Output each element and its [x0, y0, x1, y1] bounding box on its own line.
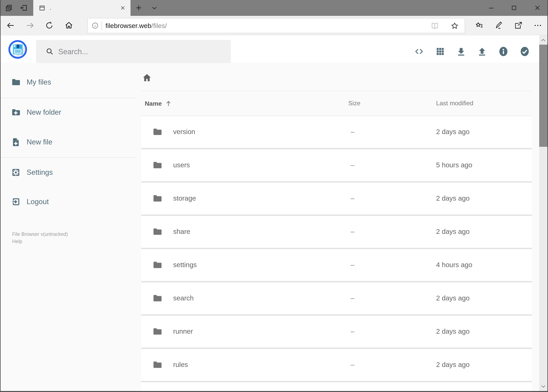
minimize-button[interactable]	[485, 1, 498, 14]
refresh-button[interactable]	[43, 19, 55, 32]
tab-preview-button[interactable]	[3, 2, 14, 13]
reading-view-icon[interactable]	[431, 22, 439, 30]
file-row[interactable]: search – 2 days ago	[141, 282, 532, 314]
sidebar-item-label: New file	[27, 138, 52, 146]
scrollbar-thumb[interactable]	[539, 45, 548, 147]
more-button[interactable]	[532, 19, 544, 32]
sidebar-divider	[0, 157, 137, 158]
address-bar[interactable]: filebrowser.web/files/	[87, 18, 465, 33]
grid-view-icon	[436, 47, 445, 56]
forward-icon	[26, 21, 35, 30]
file-row[interactable]: http – 4 hours ago	[141, 382, 532, 392]
file-row[interactable]: rules – 2 days ago	[141, 349, 532, 381]
file-size: –	[351, 327, 354, 335]
info-button[interactable]	[496, 44, 510, 58]
folder-icon	[11, 77, 21, 87]
web-note-icon	[494, 21, 503, 30]
refresh-icon	[45, 21, 54, 30]
sidebar-divider	[0, 98, 137, 98]
download-button[interactable]	[454, 44, 468, 58]
maximize-button[interactable]	[508, 1, 520, 14]
file-modified: 2 days ago	[436, 194, 470, 202]
file-row[interactable]: version – 2 days ago	[141, 116, 532, 148]
page-icon	[39, 5, 45, 11]
file-size: –	[351, 294, 354, 302]
upload-button[interactable]	[475, 44, 489, 58]
tab-list-button[interactable]	[149, 2, 160, 13]
file-name: storage	[173, 194, 196, 202]
back-button[interactable]	[4, 19, 17, 32]
window-border-left	[0, 0, 0, 392]
sidebar-item-new-folder[interactable]: New folder	[0, 101, 137, 124]
breadcrumb-home[interactable]	[141, 72, 153, 84]
back-icon	[6, 21, 15, 30]
close-icon	[534, 5, 541, 11]
file-size: –	[351, 228, 354, 235]
sidebar-item-settings[interactable]: Settings	[0, 161, 137, 184]
file-modified: 2 days ago	[436, 327, 470, 335]
set-tabs-aside-button[interactable]	[18, 2, 29, 13]
column-header-size[interactable]: Size	[348, 100, 360, 107]
close-icon[interactable]	[120, 5, 125, 11]
file-modified: 5 hours ago	[436, 161, 472, 169]
file-size: –	[351, 194, 354, 202]
file-size: –	[351, 261, 354, 269]
address-divider	[102, 21, 102, 30]
search-input[interactable]	[58, 40, 225, 63]
sidebar-item-my-files[interactable]: My files	[0, 70, 137, 94]
favorite-star-icon[interactable]	[451, 22, 459, 30]
url-path: /files/	[151, 22, 167, 29]
scroll-down-icon	[540, 383, 546, 389]
home-button[interactable]	[62, 19, 75, 32]
new-tab-button[interactable]	[133, 2, 144, 13]
tab-preview-icon	[5, 4, 13, 12]
file-name: settings	[173, 261, 197, 269]
code-icon	[414, 46, 424, 56]
folder-icon	[152, 260, 162, 270]
app-version: File Browser v(untracked)	[12, 231, 68, 238]
file-name: runner	[173, 327, 193, 335]
logout-icon	[11, 197, 21, 207]
share-button[interactable]	[512, 19, 525, 32]
grid-view-button[interactable]	[433, 44, 447, 58]
url-host: filebrowser.web	[105, 22, 151, 29]
window-close-button[interactable]	[531, 1, 544, 14]
sidebar-item-new-file[interactable]: New file	[0, 130, 137, 154]
folder-icon	[152, 326, 162, 337]
search-box[interactable]	[36, 40, 231, 63]
file-size: –	[351, 161, 354, 169]
web-note-button[interactable]	[492, 19, 505, 32]
info-icon[interactable]	[91, 22, 99, 29]
file-name: version	[173, 128, 195, 136]
filebrowser-logo[interactable]	[8, 40, 27, 59]
hub-button[interactable]	[473, 19, 486, 32]
folder-icon	[152, 160, 162, 170]
folder-icon	[152, 360, 162, 370]
info-filled-icon	[498, 46, 508, 57]
file-row[interactable]: users – 5 hours ago	[141, 149, 532, 181]
column-header-modified[interactable]: Last modified	[436, 100, 473, 107]
scrollbar-up-button[interactable]	[539, 35, 548, 45]
forward-button[interactable]	[24, 19, 36, 32]
raw-editor-button[interactable]	[412, 44, 426, 58]
file-name: users	[173, 161, 190, 169]
tab-title: .	[50, 5, 120, 11]
help-link[interactable]: Help	[12, 238, 68, 245]
folder-icon	[152, 127, 162, 137]
column-header-name[interactable]: Name	[145, 100, 172, 107]
download-icon	[456, 47, 466, 56]
upload-icon	[477, 47, 487, 56]
select-multiple-button[interactable]	[518, 44, 532, 58]
browser-tab[interactable]: .	[33, 0, 131, 16]
sidebar-item-label: My files	[27, 78, 51, 86]
sidebar-item-logout[interactable]: Logout	[0, 190, 137, 214]
new-folder-icon	[11, 107, 21, 117]
new-tab-icon	[135, 4, 142, 12]
file-row[interactable]: settings – 4 hours ago	[141, 249, 532, 281]
file-row[interactable]: share – 2 days ago	[141, 216, 532, 248]
file-row[interactable]: storage – 2 days ago	[141, 182, 532, 215]
window-border-bottom	[0, 391, 548, 392]
file-name: rules	[173, 361, 188, 369]
scrollbar-down-button[interactable]	[539, 381, 548, 392]
file-row[interactable]: runner – 2 days ago	[141, 316, 532, 348]
